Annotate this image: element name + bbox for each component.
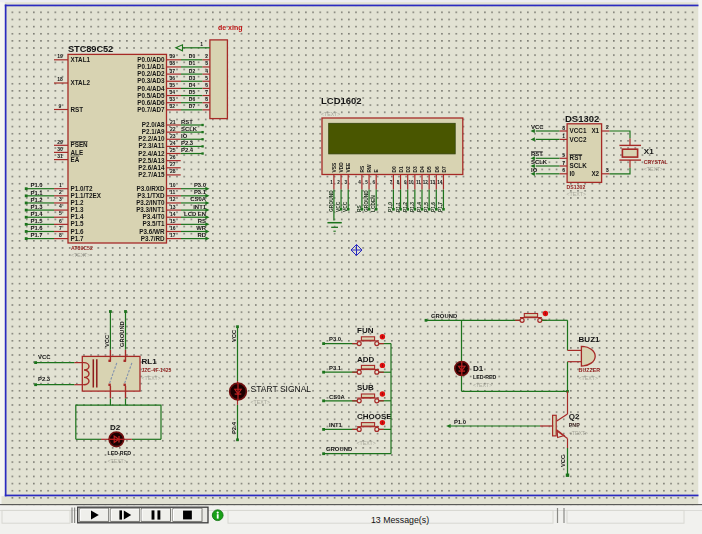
svg-text:<TEXT>: <TEXT> xyxy=(142,375,161,381)
svg-text:4: 4 xyxy=(358,180,361,185)
svg-text:VCC: VCC xyxy=(560,454,566,467)
svg-text:7: 7 xyxy=(205,89,208,95)
svg-text:P3.6/WR: P3.6/WR xyxy=(139,228,165,235)
svg-text:27: 27 xyxy=(170,161,176,167)
svg-text:34: 34 xyxy=(170,89,176,95)
svg-text:P2.2/A10: P2.2/A10 xyxy=(138,135,165,142)
svg-text:VCC: VCC xyxy=(343,201,348,212)
svg-text:P0.0/AD0: P0.0/AD0 xyxy=(137,56,165,63)
svg-text:<TEXT>: <TEXT> xyxy=(567,191,586,197)
svg-text:<TEXT>: <TEXT> xyxy=(579,375,598,381)
svg-text:P1.0/T2: P1.0/T2 xyxy=(71,185,94,192)
svg-text:P1.2: P1.2 xyxy=(31,197,44,203)
svg-text:<TEXT>: <TEXT> xyxy=(321,111,340,117)
svg-text:P1.5: P1.5 xyxy=(31,218,44,224)
svg-text:GROUND: GROUND xyxy=(431,313,457,319)
svg-text:P0.6/AD6: P0.6/AD6 xyxy=(137,99,165,106)
svg-text:9: 9 xyxy=(205,103,208,109)
svg-text:P1.4: P1.4 xyxy=(31,211,44,217)
svg-text:3: 3 xyxy=(606,167,609,173)
svg-text:P3.7/RD: P3.7/RD xyxy=(141,235,165,242)
svg-text:P1.3: P1.3 xyxy=(410,202,415,212)
svg-text:P0.2/AD2: P0.2/AD2 xyxy=(137,70,165,77)
svg-text:<TEXT>: <TEXT> xyxy=(357,440,376,446)
svg-text:13: 13 xyxy=(430,180,436,185)
svg-text:<TEXT>: <TEXT> xyxy=(473,382,492,388)
svg-text:IO: IO xyxy=(531,167,538,173)
svg-text:P0.7/AD7: P0.7/AD7 xyxy=(137,106,165,113)
svg-text:<TEXT>: <TEXT> xyxy=(71,252,90,258)
svg-text:P1.0: P1.0 xyxy=(31,182,44,188)
svg-text:RS: RS xyxy=(357,204,362,212)
svg-text:7: 7 xyxy=(562,160,565,166)
svg-text:9: 9 xyxy=(404,180,407,185)
svg-text:P0.4/AD4: P0.4/AD4 xyxy=(137,85,165,92)
svg-text:31: 31 xyxy=(57,153,63,159)
svg-text:P3.0/RXD: P3.0/RXD xyxy=(137,185,165,192)
svg-text:38: 38 xyxy=(170,60,176,66)
svg-text:P1.6: P1.6 xyxy=(31,225,44,231)
svg-text:P3.1: P3.1 xyxy=(194,189,207,195)
svg-text:25: 25 xyxy=(170,147,176,153)
svg-text:PNP: PNP xyxy=(569,422,580,428)
svg-text:P3.3/INT1: P3.3/INT1 xyxy=(136,206,165,213)
svg-text:D4: D4 xyxy=(420,166,425,172)
svg-text:RST: RST xyxy=(181,119,193,125)
svg-text:VCC: VCC xyxy=(531,124,544,130)
svg-text:8: 8 xyxy=(205,96,208,102)
svg-text:GROUND: GROUND xyxy=(326,446,352,452)
svg-text:P2.1/A9: P2.1/A9 xyxy=(142,128,165,135)
svg-text:32: 32 xyxy=(170,103,176,109)
svg-text:15: 15 xyxy=(170,218,176,224)
svg-text:SUB: SUB xyxy=(357,383,374,392)
svg-text:D7: D7 xyxy=(189,103,196,109)
svg-text:X1: X1 xyxy=(591,127,599,134)
svg-text:CHOOSE: CHOOSE xyxy=(357,412,392,421)
svg-text:CS0A: CS0A xyxy=(190,196,206,202)
svg-text:1: 1 xyxy=(59,182,62,188)
svg-text:VCC: VCC xyxy=(104,334,110,347)
svg-text:<TEXT>: <TEXT> xyxy=(644,166,663,172)
svg-text:RL1: RL1 xyxy=(142,357,158,366)
svg-text:XTAL1: XTAL1 xyxy=(71,56,91,63)
svg-text:DS1302: DS1302 xyxy=(565,113,599,124)
svg-text:START SIGNAL: START SIGNAL xyxy=(251,384,312,394)
svg-text:RW: RW xyxy=(367,164,372,172)
svg-text:IO: IO xyxy=(181,133,188,139)
svg-text:LCDEN: LCDEN xyxy=(371,195,376,212)
svg-text:SCLK: SCLK xyxy=(531,159,548,165)
svg-text:P1.2: P1.2 xyxy=(403,202,408,212)
svg-text:SCLK: SCLK xyxy=(181,126,198,132)
svg-text:P1.1: P1.1 xyxy=(396,202,401,212)
svg-text:P1.3: P1.3 xyxy=(31,204,44,210)
svg-text:D2: D2 xyxy=(189,68,196,74)
svg-text:D6: D6 xyxy=(435,166,440,172)
svg-text:RD: RD xyxy=(197,232,206,238)
svg-text:30: 30 xyxy=(57,146,63,152)
svg-text:de xing: de xing xyxy=(218,24,243,32)
svg-text:2: 2 xyxy=(205,53,208,59)
svg-text:28: 28 xyxy=(170,168,176,174)
svg-text:3: 3 xyxy=(205,60,208,66)
svg-text:2: 2 xyxy=(606,124,609,130)
svg-text:P2.5/A13: P2.5/A13 xyxy=(138,157,165,164)
svg-text:LED-RED: LED-RED xyxy=(108,450,132,456)
svg-text:VCC2: VCC2 xyxy=(570,136,587,143)
svg-text:D3: D3 xyxy=(413,166,418,172)
svg-text:1: 1 xyxy=(200,41,203,47)
svg-text:STC89C52: STC89C52 xyxy=(68,44,113,54)
svg-text:D0: D0 xyxy=(189,53,196,59)
svg-text:19: 19 xyxy=(57,53,63,59)
svg-text:FUN: FUN xyxy=(357,326,374,335)
svg-text:D3: D3 xyxy=(189,75,196,81)
svg-text:D5: D5 xyxy=(189,89,196,95)
svg-text:<TEXT>: <TEXT> xyxy=(569,430,588,436)
svg-text:INT1: INT1 xyxy=(193,204,206,210)
svg-text:DS1302: DS1302 xyxy=(567,184,586,190)
svg-text:P3.5/T1: P3.5/T1 xyxy=(142,220,165,227)
svg-text:12: 12 xyxy=(423,180,429,185)
svg-text:D0: D0 xyxy=(392,166,397,172)
svg-text:ALE: ALE xyxy=(71,149,84,156)
svg-text:6: 6 xyxy=(59,218,62,224)
svg-text:Q2: Q2 xyxy=(569,412,580,421)
